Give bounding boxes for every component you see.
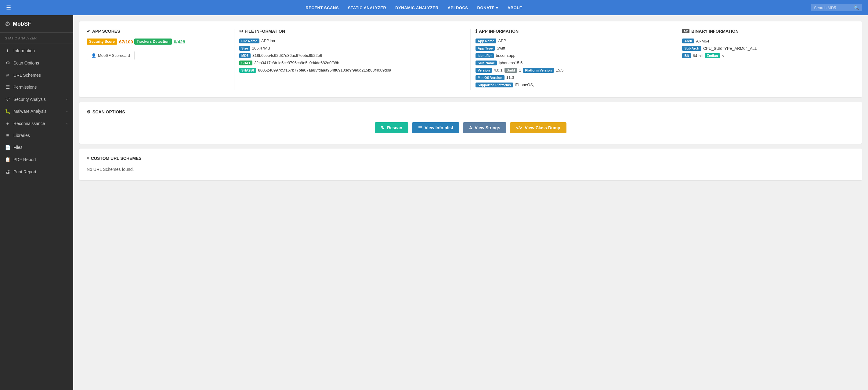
app-info-card: ✔ APP SCORES Security Score 67/100 Track… <box>79 21 862 97</box>
chevron-left-icon-2: < <box>66 109 68 113</box>
sdk-name-badge: SDK Name <box>475 60 497 65</box>
sidebar-label-scan-options: Scan Options <box>13 60 68 65</box>
arch-row: Arch ARM64 <box>682 38 850 44</box>
info-circle-icon: ℹ <box>475 29 477 34</box>
view-class-dump-button[interactable]: </> View Class Dump <box>510 122 566 133</box>
sidebar-item-files[interactable]: 📄 Files <box>0 141 73 154</box>
search-icon: 🔍 <box>854 5 859 10</box>
refresh-icon: ↻ <box>381 125 384 130</box>
menu-icon[interactable]: ☰ <box>6 4 11 11</box>
trackers-label: Trackers Detection <box>134 38 172 45</box>
endian-badge: Endian <box>705 53 720 58</box>
binary-info-title: Ad BINARY INFORMATION <box>682 29 850 34</box>
topnav: ☰ RECENT SCANS STATIC ANALYZER DYNAMIC A… <box>0 0 868 15</box>
layers-icon: ≡ <box>5 133 10 138</box>
hash-icon: # <box>5 73 10 78</box>
sidebar-brand: ⚙ MobSF <box>0 15 73 33</box>
md5-badge: MD5 <box>239 53 251 58</box>
user-icon: 👤 <box>91 53 96 58</box>
sdk-name-row: SDK Name iphoneos15.5 <box>475 60 672 65</box>
file-icon: 📄 <box>5 145 10 150</box>
security-score-value: 67/100 <box>119 39 133 44</box>
view-strings-button[interactable]: A View Strings <box>463 122 506 133</box>
pdf-icon: 📋 <box>5 157 10 162</box>
sidebar-label-permissions: Permissions <box>13 85 68 89</box>
sidebar-item-url-schemes[interactable]: # URL Schemes <box>0 69 73 81</box>
nav-about[interactable]: ABOUT <box>507 5 523 10</box>
sidebar-label-reconnaissance: Reconnaissance <box>13 121 63 126</box>
layout: ⚙ MobSF Static Analyzer ℹ Information ⚙ … <box>0 15 868 390</box>
sidebar-item-libraries[interactable]: ≡ Libraries <box>0 129 73 141</box>
sidebar-item-information[interactable]: ℹ Information <box>0 45 73 57</box>
view-info-plist-button[interactable]: ☰ View Info.plist <box>412 122 459 133</box>
sidebar-item-scan-options[interactable]: ⚙ Scan Options <box>0 57 73 69</box>
build-badge: Build <box>504 68 517 73</box>
sidebar-item-malware-analysis[interactable]: 🐛 Malware Analysis < <box>0 105 73 117</box>
nav-recent-scans[interactable]: RECENT SCANS <box>306 5 339 10</box>
envelope-icon: ✉ <box>239 29 243 34</box>
sidebar-label-libraries: Libraries <box>13 133 68 138</box>
scan-options-title: ⚙ SCAN OPTIONS <box>87 109 855 114</box>
info-icon: ℹ <box>5 48 10 54</box>
app-scores-col: ✔ APP SCORES Security Score 67/100 Track… <box>87 29 235 90</box>
nav-donate[interactable]: DONATE ♥ <box>477 5 498 10</box>
sidebar-item-security-analysis[interactable]: 🛡 Security Analysis < <box>0 93 73 105</box>
file-size-badge: Size <box>239 46 250 51</box>
app-scores-title: ✔ APP SCORES <box>87 29 229 34</box>
sidebar-item-print-report[interactable]: 🖨 Print Report <box>0 166 73 177</box>
file-size-value: 166.47MB <box>252 46 270 50</box>
search-input[interactable] <box>814 5 854 10</box>
nav-dynamic-analyzer[interactable]: DYNAMIC ANALYZER <box>395 5 438 10</box>
trackers-value: 0/428 <box>174 39 185 44</box>
identifier-row: Identifier br.com.app <box>475 53 672 58</box>
sidebar-item-permissions[interactable]: ☰ Permissions <box>0 81 73 93</box>
file-name-value: APP.ipa <box>261 38 275 43</box>
sub-arch-badge: Sub Arch <box>682 46 701 51</box>
app-type-row: App Type Swift <box>475 46 672 51</box>
app-name-row: App Name APP <box>475 38 672 44</box>
file-info-col: ✉ FILE INFORMATION File Name APP.ipa Siz… <box>235 29 471 90</box>
security-score-label: Security Score <box>87 38 117 45</box>
chevron-left-icon: < <box>66 98 68 101</box>
nav-api-docs[interactable]: API DOCS <box>448 5 468 10</box>
bug-icon: 🐛 <box>5 109 10 114</box>
identifier-value: br.com.app <box>496 53 515 58</box>
min-os-row: Min OS Version 11.0 <box>475 75 672 80</box>
sidebar-item-reconnaissance[interactable]: + Reconnaissance < <box>0 117 73 129</box>
sidebar-divider <box>0 43 73 44</box>
arch-value: ARM64 <box>696 39 709 44</box>
sidebar: ⚙ MobSF Static Analyzer ℹ Information ⚙ … <box>0 15 73 390</box>
text-icon: A <box>469 125 472 130</box>
info-grid: ✔ APP SCORES Security Score 67/100 Track… <box>87 29 855 90</box>
sidebar-label-security-analysis: Security Analysis <box>13 97 63 102</box>
min-os-badge: Min OS Version <box>475 75 504 80</box>
sub-arch-value: CPU_SUBTYPE_ARM64_ALL <box>703 46 757 51</box>
url-schemes-empty: No URL Schemes found. <box>87 166 855 173</box>
bit-value: 64-bit <box>693 54 703 58</box>
gear-icon: ⚙ <box>5 60 10 66</box>
file-size-row: Size 166.47MB <box>239 46 465 51</box>
version-badge: Version <box>475 68 492 73</box>
sub-arch-row: Sub Arch CPU_SUBTYPE_ARM64_ALL <box>682 46 850 51</box>
scan-options-card: ⚙ SCAN OPTIONS ↻ Rescan ☰ View Info.plis… <box>79 102 862 144</box>
rescan-button[interactable]: ↻ Rescan <box>375 122 408 133</box>
security-score-row: Security Score 67/100 <box>87 38 133 45</box>
sidebar-label-information: Information <box>13 48 68 53</box>
print-icon: 🖨 <box>5 169 10 174</box>
url-schemes-card: # CUSTOM URL SCHEMES No URL Schemes foun… <box>79 148 862 180</box>
sha256-value: 8605240997c5f167b77bfe07aa83fdaaa954ff69… <box>258 68 391 73</box>
nav-static-analyzer[interactable]: STATIC ANALYZER <box>348 5 386 10</box>
file-info-title: ✉ FILE INFORMATION <box>239 29 465 34</box>
supported-platforms-badge: Supported Platforms <box>475 83 513 87</box>
scorecard-button[interactable]: 👤 MobSF Scorecard <box>87 51 134 60</box>
sha1-value: 3fcb3417c8b1e5ce9796ca9e5c0d4dd682a0f88b <box>254 60 339 65</box>
sidebar-item-pdf-report[interactable]: 📋 PDF Report <box>0 154 73 166</box>
min-os-value: 11.0 <box>506 75 514 80</box>
bit-endian-row: Bit 64-bit Endian < <box>682 53 850 58</box>
app-name-badge: App Name <box>475 38 496 44</box>
brand-name: MobSF <box>13 21 31 27</box>
endian-value: < <box>722 54 724 58</box>
app-type-value: Swift <box>497 46 505 50</box>
version-row: Version 4.0.1 Build 1 Platform Version 1… <box>475 68 672 73</box>
gear-icon-2: ⚙ <box>87 109 91 114</box>
